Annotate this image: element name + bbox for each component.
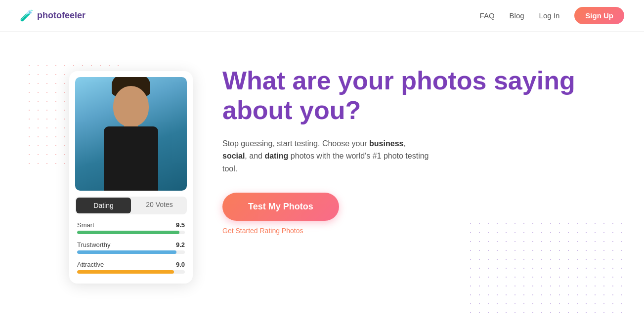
metric-trustworthy-track [77,250,185,254]
profile-photo [75,77,187,191]
logo[interactable]: 🧪 photofeeler [20,9,86,22]
metric-attractive-track [77,270,185,274]
hero-title: What are your photos saying about you? [222,66,614,125]
navbar: 🧪 photofeeler FAQ Blog Log In Sign Up [0,0,644,32]
person-torso [104,126,158,191]
nav-links: FAQ Blog Log In Sign Up [480,7,624,24]
photo-card-section: Dating 20 Votes Smart 9.5 [30,56,193,284]
metric-trustworthy-value: 9.2 [176,241,185,248]
logo-icon: 🧪 [20,9,33,22]
metric-trustworthy-label: Trustworthy [77,241,110,248]
metrics-list: Smart 9.5 Trustworthy 9.2 [75,221,187,274]
metric-smart: Smart 9.5 [77,221,185,234]
bold-business: business [369,139,403,148]
tab-dating[interactable]: Dating [76,198,131,213]
bold-dating: dating [264,152,288,160]
login-button[interactable]: Log In [539,11,560,20]
get-started-rating-link[interactable]: Get Started Rating Photos [222,227,303,235]
photo-card: Dating 20 Votes Smart 9.5 [69,71,193,284]
card-tabs: Dating 20 Votes [75,197,187,214]
cta-area: Test My Photos Get Started Rating Photos [222,193,614,235]
nav-faq[interactable]: FAQ [480,11,495,20]
metric-attractive: Attractive 9.0 [77,261,185,274]
bold-social: social [222,152,245,160]
metric-smart-label: Smart [77,221,94,229]
metric-trustworthy-fill [77,250,176,254]
tab-votes[interactable]: 20 Votes [132,197,187,214]
metric-attractive-fill [77,270,174,274]
metric-attractive-label: Attractive [77,261,104,268]
metric-trustworthy: Trustworthy 9.2 [77,241,185,254]
metric-smart-fill [77,231,179,234]
nav-blog[interactable]: Blog [510,11,524,20]
hero-section: What are your photos saying about you? S… [222,56,614,235]
metric-attractive-value: 9.0 [176,261,185,268]
test-my-photos-button[interactable]: Test My Photos [222,193,339,221]
signup-button[interactable]: Sign Up [574,7,624,24]
metric-smart-track [77,231,185,234]
hero-description: Stop guessing, start testing. Choose you… [222,137,430,175]
metric-smart-value: 9.5 [176,221,185,229]
main-content: Dating 20 Votes Smart 9.5 [0,32,644,326]
person-head [113,86,149,126]
logo-text: photofeeler [37,10,86,21]
